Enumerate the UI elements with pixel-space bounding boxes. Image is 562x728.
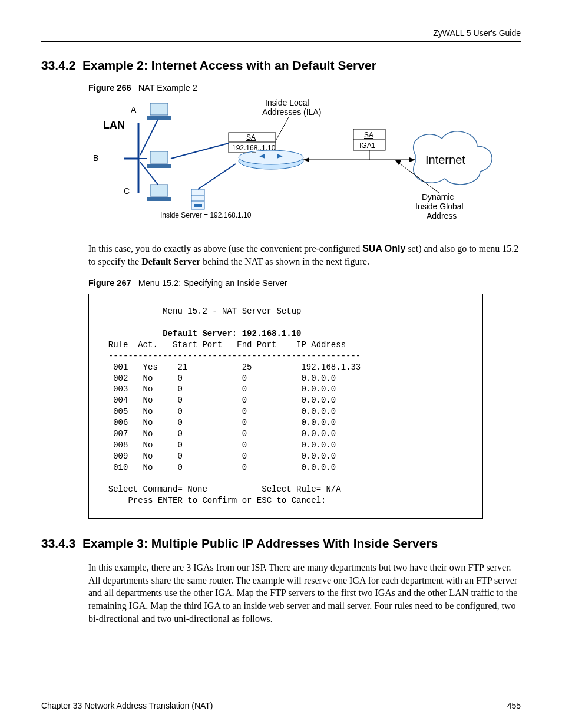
iga-box: SA IGA1 (353, 129, 385, 160)
section-number: 33.4.3 (41, 536, 75, 550)
page-footer: Chapter 33 Network Address Translation (… (41, 697, 521, 710)
dyn-label-1: Dynamic (422, 192, 454, 202)
terminal-line: Menu 15.2 - NAT Server Setup (98, 307, 301, 316)
svg-rect-5 (147, 164, 171, 168)
svg-line-30 (198, 164, 236, 189)
svg-text:A: A (131, 105, 137, 114)
table-row: 002 No 0 0 0.0.0.0 (98, 374, 336, 383)
section-heading-2: 33.4.3 Example 3: Multiple Public IP Add… (41, 536, 521, 551)
table-row: 001 Yes 21 25 192.168.1.33 (98, 363, 361, 372)
section-heading-1: 33.4.2 Example 2: Internet Access with a… (41, 58, 521, 73)
svg-rect-9 (147, 197, 171, 201)
table-row: 006 No 0 0 0.0.0.0 (98, 418, 336, 427)
figure-caption-text: NAT Example 2 (138, 83, 197, 93)
para1-bold1: SUA Only (362, 243, 405, 253)
router-icon (239, 150, 303, 169)
svg-marker-34 (409, 157, 415, 162)
svg-line-3 (140, 120, 158, 155)
figure-caption-text: Menu 15.2: Specifying an Inside Server (138, 278, 287, 288)
figure-267-caption: Figure 267 Menu 15.2: Specifying an Insi… (88, 278, 521, 288)
svg-rect-0 (150, 103, 168, 115)
dyn-label-3: Address (427, 211, 457, 220)
svg-text:B: B (93, 153, 98, 163)
internet-cloud-icon: Internet (414, 131, 492, 185)
table-row: 007 No 0 0 0.0.0.0 (98, 429, 336, 439)
section-title: Example 2: Internet Access with an Defau… (82, 58, 376, 72)
inside-server-icon: Inside Server = 192.168.1.10 (160, 164, 252, 219)
section-title: Example 3: Multiple Public IP Addresses … (82, 536, 438, 550)
para2-text: In this example, there are 3 IGAs from o… (88, 561, 521, 625)
svg-text:Inside Server = 192.168.1.10: Inside Server = 192.168.1.10 (160, 211, 252, 219)
figure-label: Figure 266 (88, 83, 131, 93)
table-row: 010 No 0 0 0.0.0.0 (98, 463, 336, 472)
table-row: 004 No 0 0 0.0.0.0 (98, 396, 336, 405)
svg-text:SA: SA (364, 131, 373, 139)
svg-text:C: C (124, 186, 130, 196)
running-head: ZyWALL 5 User's Guide (41, 28, 521, 38)
table-row: 003 No 0 0 0.0.0.0 (98, 384, 336, 394)
svg-rect-29 (194, 204, 202, 207)
section-number: 33.4.2 (41, 58, 75, 72)
svg-line-20 (171, 143, 229, 159)
figure-label: Figure 267 (88, 278, 131, 288)
router-box: SA 192.168..1.10 (229, 133, 276, 153)
para1-pre: In this case, you do exactly as above (u… (88, 243, 362, 253)
ila-label-2: Addresses (ILA) (262, 107, 321, 117)
footer-chapter: Chapter 33 Network Address Translation (… (41, 701, 213, 710)
terminal-select: Select Command= None Select Rule= N/A (98, 485, 341, 494)
header-rule (41, 41, 521, 42)
table-row: 005 No 0 0 0.0.0.0 (98, 407, 336, 416)
figure-266-caption: Figure 266 NAT Example 2 (88, 83, 521, 93)
dyn-label-2: Inside Global (415, 202, 464, 211)
figure-266-diagram: LAN A B C (88, 96, 521, 234)
svg-rect-1 (147, 116, 171, 120)
table-row: 009 No 0 0 0.0.0.0 (98, 452, 336, 461)
terminal-divider: ----------------------------------------… (98, 351, 361, 361)
footer-page-number: 455 (507, 701, 521, 710)
terminal-press: Press ENTER to Confirm or ESC to Cancel: (98, 496, 326, 505)
paragraph-2: In this example, there are 3 IGAs from o… (88, 561, 521, 625)
ila-label-1: Inside Local (265, 98, 309, 107)
para1-post: behind the NAT as shown in the next figu… (200, 256, 369, 266)
svg-text:SA: SA (246, 133, 256, 141)
table-row: 008 No 0 0 0.0.0.0 (98, 440, 336, 450)
svg-text:IGA1: IGA1 (359, 141, 376, 150)
para1-bold2: Default Server (141, 256, 200, 266)
svg-rect-4 (150, 151, 168, 163)
svg-point-22 (239, 150, 303, 164)
terminal-screenshot: Menu 15.2 - NAT Server Setup Default Ser… (88, 294, 483, 519)
paragraph-1: In this case, you do exactly as above (u… (88, 242, 521, 268)
terminal-default-server: Default Server: 192.168.1.10 (98, 329, 301, 338)
svg-text:Internet: Internet (425, 153, 465, 166)
svg-rect-8 (150, 185, 168, 196)
computer-a-icon: A (131, 103, 171, 155)
diagram-lan-label: LAN (103, 119, 125, 131)
terminal-header: Rule Act. Start Port End Port IP Address (98, 340, 346, 350)
footer-rule (41, 697, 521, 697)
svg-marker-33 (303, 157, 309, 162)
page: ZyWALL 5 User's Guide 33.4.2 Example 2: … (0, 0, 562, 728)
computer-b-icon: B (93, 151, 171, 168)
